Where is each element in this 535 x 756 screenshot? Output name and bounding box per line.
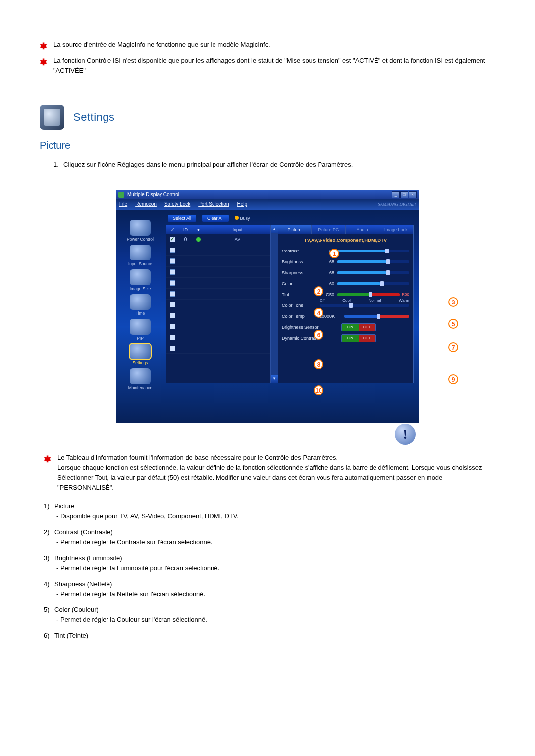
- sharpness-row: Sharpness 68: [282, 267, 409, 278]
- clear-all-button[interactable]: Clear All: [202, 215, 229, 222]
- color-slider[interactable]: [337, 282, 409, 285]
- settings-side-icon: [130, 344, 151, 359]
- brightness-label: Brightness: [282, 259, 320, 264]
- row-checkbox[interactable]: [170, 237, 175, 242]
- tab-picture-pc[interactable]: Picture PC: [312, 225, 345, 234]
- sharpness-slider[interactable]: [337, 271, 409, 274]
- row-checkbox[interactable]: [170, 302, 175, 307]
- callout-2: 2: [314, 286, 323, 296]
- color-tone-label: Color Tone: [282, 303, 320, 308]
- note-text: La fonction Contrôle ISI n'est disponibl…: [54, 56, 495, 75]
- row-id: 0: [179, 234, 192, 245]
- row-checkbox[interactable]: [170, 269, 175, 275]
- list-item: 3)Brightness (Luminosité) - Permet de ré…: [44, 554, 495, 573]
- dynamic-contrast-toggle[interactable]: ON OFF: [341, 334, 376, 342]
- col-id: ID: [179, 227, 192, 232]
- sidebar-item-time[interactable]: Time: [120, 294, 160, 316]
- row-checkbox[interactable]: [170, 335, 175, 340]
- color-tone-slider[interactable]: Off Cool Normal Warm: [320, 303, 409, 308]
- row-checkbox[interactable]: [170, 324, 175, 329]
- sidebar-item-input-source[interactable]: Input Source: [120, 245, 160, 266]
- row-checkbox[interactable]: [170, 346, 175, 351]
- note-item: ✱ La source d'entrée de MagicInfo ne fon…: [40, 40, 495, 53]
- pip-icon: [130, 319, 151, 335]
- menu-file[interactable]: File: [119, 202, 127, 207]
- sidebar-item-settings[interactable]: Settings: [120, 344, 160, 365]
- brightness-row: Brightness 68: [282, 256, 409, 267]
- select-all-button[interactable]: Select All: [168, 215, 196, 222]
- app-logo-icon: [118, 192, 124, 198]
- contrast-label: Contrast: [282, 249, 320, 253]
- list-item: 1)Picture - Disponible que pour TV, AV, …: [44, 502, 495, 521]
- sharpness-label: Sharpness: [282, 270, 320, 275]
- brightness-sensor-row: Brightness Sensor ON OFF: [282, 322, 409, 333]
- image-size-icon: [130, 269, 151, 285]
- sidebar-item-pip[interactable]: PIP: [120, 319, 160, 341]
- power-icon: [130, 220, 151, 236]
- table-row[interactable]: [166, 267, 270, 278]
- display-table: ✓ ID ● Input 0 AV: [166, 225, 270, 383]
- instruction-item: 1. Cliquez sur l'icône Réglages dans le …: [54, 160, 495, 170]
- color-value: 60: [320, 281, 334, 286]
- table-row[interactable]: 0 AV: [166, 234, 270, 245]
- scroll-down-icon[interactable]: ▼: [271, 375, 278, 383]
- tab-audio[interactable]: Audio: [346, 225, 379, 234]
- table-scrollbar[interactable]: ▲ ▼: [270, 225, 278, 383]
- table-row[interactable]: [166, 278, 270, 289]
- table-row[interactable]: [166, 300, 270, 310]
- dynamic-contrast-row: Dynamic Contrast ON OFF: [282, 333, 409, 344]
- brightness-slider[interactable]: [337, 260, 409, 263]
- table-row[interactable]: [166, 289, 270, 300]
- col-check: ✓: [166, 227, 179, 232]
- tab-image-lock[interactable]: Image Lock: [379, 225, 413, 234]
- menu-help[interactable]: Help: [237, 202, 247, 207]
- info-icon[interactable]: !: [395, 424, 416, 445]
- menubar: File Remocon Safety Lock Port Selection …: [116, 199, 419, 210]
- table-row[interactable]: [166, 256, 270, 267]
- brightness-sensor-toggle[interactable]: ON OFF: [341, 323, 376, 331]
- list-item: 2)Contrast (Contraste) - Permet de régle…: [44, 527, 495, 547]
- after-note-block: Le Tableau d'Information fournit l'infor…: [57, 453, 495, 493]
- sidebar-item-image-size[interactable]: Image Size: [120, 269, 160, 291]
- color-temp-slider[interactable]: [344, 315, 409, 318]
- table-row[interactable]: [166, 321, 270, 332]
- table-header: ✓ ID ● Input: [166, 225, 270, 234]
- minimize-button[interactable]: _: [392, 191, 400, 198]
- table-row[interactable]: [166, 245, 270, 256]
- menu-remocon[interactable]: Remocon: [135, 202, 157, 207]
- menu-port-selection[interactable]: Port Selection: [198, 202, 229, 207]
- sharpness-value: 68: [320, 270, 334, 275]
- col-input: Input: [205, 227, 270, 232]
- sidebar-item-maintenance[interactable]: Maintenance: [120, 368, 160, 390]
- row-checkbox[interactable]: [170, 280, 175, 286]
- table-row[interactable]: [166, 343, 270, 354]
- instruction-text: Cliquez sur l'icône Réglages dans le men…: [63, 160, 495, 170]
- star-icon: ✱: [40, 56, 50, 69]
- callout-5: 5: [448, 319, 458, 329]
- tab-picture[interactable]: Picture: [278, 225, 312, 234]
- row-checkbox[interactable]: [170, 248, 175, 253]
- table-row[interactable]: [166, 332, 270, 343]
- close-button[interactable]: ×: [409, 191, 417, 198]
- scroll-up-icon[interactable]: ▲: [271, 225, 278, 233]
- row-checkbox[interactable]: [170, 291, 175, 297]
- main-area: Select All Clear All Busy 1 2 3 4 5 6 7 …: [164, 210, 419, 423]
- input-icon: [130, 245, 151, 260]
- numbered-list: 1)Picture - Disponible que pour TV, AV, …: [44, 502, 495, 641]
- star-icon: ✱: [44, 453, 54, 467]
- panel-subtitle: TV,AV,S-Video,Component,HDMI,DTV: [282, 237, 409, 243]
- contrast-slider[interactable]: [337, 250, 409, 252]
- top-notes: ✱ La source d'entrée de MagicInfo ne fon…: [40, 40, 495, 75]
- list-item: 5)Color (Couleur) - Permet de régler la …: [44, 605, 495, 625]
- tint-slider[interactable]: [337, 293, 400, 296]
- busy-indicator: Busy: [235, 215, 250, 221]
- row-checkbox[interactable]: [170, 313, 175, 318]
- maximize-button[interactable]: □: [400, 191, 408, 198]
- menu-safety-lock[interactable]: Safety Lock: [164, 202, 190, 207]
- table-row[interactable]: [166, 310, 270, 321]
- row-checkbox[interactable]: [170, 258, 175, 264]
- busy-dot-icon: [235, 216, 239, 220]
- sidebar-item-power-control[interactable]: Power Control: [120, 220, 160, 242]
- instruction-list: 1. Cliquez sur l'icône Réglages dans le …: [54, 160, 495, 170]
- note-item: ✱ La fonction Contrôle ISI n'est disponi…: [40, 56, 495, 75]
